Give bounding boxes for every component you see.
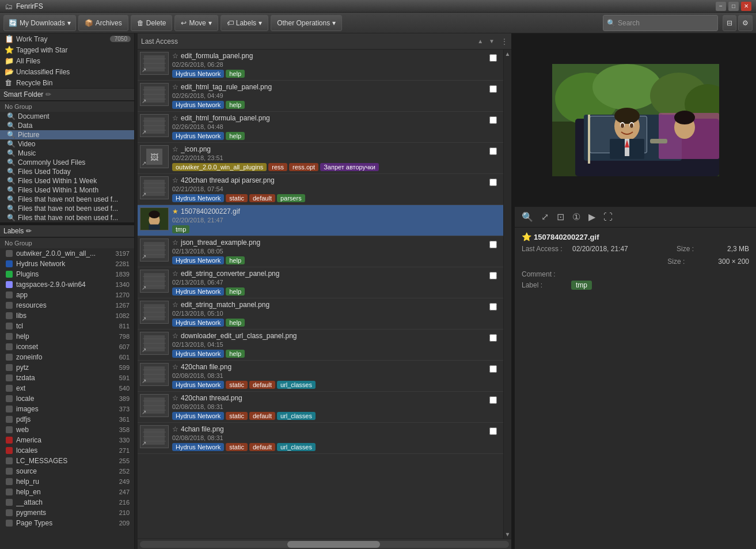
tag-help[interactable]: help bbox=[226, 319, 245, 327]
source-selector[interactable]: 🔄 My Downloads ▾ bbox=[3, 15, 76, 31]
tree-item-document[interactable]: 🔍 Document bbox=[0, 112, 134, 121]
tag-static[interactable]: static bbox=[226, 381, 248, 389]
tag-help[interactable]: help bbox=[226, 132, 245, 140]
label-item-app[interactable]: app 1270 bbox=[0, 290, 134, 300]
tag-default[interactable]: default bbox=[249, 443, 275, 451]
detail-label-tag[interactable]: tmp bbox=[571, 281, 592, 290]
label-item-tzdata[interactable]: tzdata 591 bbox=[0, 373, 134, 383]
horizontal-scrollbar[interactable] bbox=[140, 541, 509, 548]
tree-item-music[interactable]: 🔍 Music bbox=[0, 149, 134, 158]
delete-button[interactable]: 🗑 Delete bbox=[131, 15, 173, 31]
tree-item-files-used-today[interactable]: 🔍 Files Used Today bbox=[0, 167, 134, 176]
label-item-pygments[interactable]: pygments 210 bbox=[0, 508, 134, 518]
f12-checkbox[interactable] bbox=[489, 396, 497, 404]
number-button[interactable]: ① bbox=[570, 210, 583, 224]
file-row-f10[interactable]: ↗ ☆ downloader_edit_url_class_panel.png … bbox=[138, 330, 503, 361]
f7-checkbox[interactable] bbox=[489, 241, 497, 248]
search-input[interactable] bbox=[618, 19, 710, 27]
other-operations-button[interactable]: Other Operations ▾ bbox=[271, 15, 342, 31]
tag-default[interactable]: default bbox=[249, 381, 275, 389]
view-split-button[interactable]: ⊟ bbox=[723, 15, 736, 31]
smart-folder-edit-icon[interactable]: ✏ bbox=[45, 90, 51, 99]
tag-url_classes[interactable]: url_classes bbox=[277, 443, 316, 451]
file-row-f1[interactable]: ↗ ☆ edit_formula_panel.png 02/26/2018, 0… bbox=[138, 50, 503, 81]
label-item-locale[interactable]: locale 389 bbox=[0, 393, 134, 404]
tag-help[interactable]: help bbox=[226, 350, 245, 358]
f5-star-icon[interactable]: ☆ bbox=[172, 176, 178, 184]
file-row-f7[interactable]: ↗ ☆ json_thread_example.png 02/13/2018, … bbox=[138, 236, 503, 267]
tag-Запрет-авторучки[interactable]: Запрет авторучки bbox=[320, 163, 379, 171]
f10-checkbox[interactable] bbox=[489, 334, 497, 342]
tree-item-files-used-week[interactable]: 🔍 Files Used Within 1 Week bbox=[0, 176, 134, 185]
file-row-f11[interactable]: ↗ ☆ 420chan file.png 02/08/2018, 08:31 H… bbox=[138, 361, 503, 392]
tag-default[interactable]: default bbox=[249, 194, 275, 202]
label-item-attach[interactable]: __attach 216 bbox=[0, 497, 134, 508]
sort-up-icon[interactable]: ▲ bbox=[476, 38, 485, 44]
tree-item-data[interactable]: 🔍 Data bbox=[0, 121, 134, 130]
file-row-f5[interactable]: ↗ ☆ 420chan thread api parser.png 02/21/… bbox=[138, 174, 503, 205]
label-item-pytz[interactable]: pytz 599 bbox=[0, 362, 134, 373]
label-item-ext[interactable]: ext 540 bbox=[0, 383, 134, 393]
file-row-f3[interactable]: ↗ ☆ edit_html_formula_panel.png 02/26/20… bbox=[138, 112, 503, 143]
label-item-source[interactable]: source 252 bbox=[0, 466, 134, 476]
label-item-zoneinfo[interactable]: zoneinfo 601 bbox=[0, 352, 134, 362]
tree-item-picture[interactable]: 🔍 Picture bbox=[0, 130, 134, 139]
f10-star-icon[interactable]: ☆ bbox=[172, 332, 178, 340]
f1-star-icon[interactable]: ☆ bbox=[172, 52, 178, 60]
tag-Hydrus-Network[interactable]: Hydrus Network bbox=[172, 70, 224, 78]
label-item-lc-messages[interactable]: LC_MESSAGES 255 bbox=[0, 456, 134, 466]
file-row-f9[interactable]: ↗ ☆ edit_string_match_panel.png 02/13/20… bbox=[138, 298, 503, 330]
label-item-plugins[interactable]: Plugins 1839 bbox=[0, 269, 134, 279]
scroll-down-icon[interactable]: ▼ bbox=[504, 530, 511, 539]
label-item-page-types[interactable]: Page Types 209 bbox=[0, 518, 134, 528]
move-button[interactable]: ↩ Move ▾ bbox=[174, 15, 218, 31]
tag-parsers[interactable]: parsers bbox=[277, 194, 305, 202]
tree-item-files-not-used-2[interactable]: 🔍 Files that have not been used f... bbox=[0, 204, 134, 213]
f6-star-icon[interactable]: ★ bbox=[172, 207, 178, 215]
label-item-help-ru[interactable]: help_ru 249 bbox=[0, 476, 134, 487]
tag-default[interactable]: default bbox=[249, 412, 275, 420]
f12-star-icon[interactable]: ☆ bbox=[172, 394, 178, 402]
fit-button[interactable]: ⤢ bbox=[539, 210, 551, 224]
label-item-help-en[interactable]: help_en 247 bbox=[0, 487, 134, 497]
tag-help[interactable]: help bbox=[226, 70, 245, 78]
label-item-web[interactable]: web 358 bbox=[0, 425, 134, 435]
tag-static[interactable]: static bbox=[226, 412, 248, 420]
f2-checkbox[interactable] bbox=[489, 85, 497, 93]
f2-star-icon[interactable]: ☆ bbox=[172, 83, 178, 91]
label-item-resources[interactable]: resources 1267 bbox=[0, 300, 134, 311]
tag-Hydrus-Network[interactable]: Hydrus Network bbox=[172, 194, 224, 202]
f7-star-icon[interactable]: ☆ bbox=[172, 238, 178, 247]
file-row-f8[interactable]: ↗ ☆ edit_string_converter_panel.png 02/1… bbox=[138, 267, 503, 298]
tag-Hydrus-Network[interactable]: Hydrus Network bbox=[172, 443, 224, 451]
minimize-button[interactable]: − bbox=[716, 2, 726, 11]
sidebar-item-all-files[interactable]: 📁 All Files bbox=[0, 55, 134, 66]
tag-url_classes[interactable]: url_classes bbox=[277, 381, 316, 389]
labels-edit-icon[interactable]: ✏ bbox=[26, 227, 32, 235]
f3-checkbox[interactable] bbox=[489, 116, 497, 124]
file-row-f13[interactable]: ↗ ☆ 4chan file.png 02/08/2018, 08:31 Hyd… bbox=[138, 423, 503, 454]
tag-Hydrus-Network[interactable]: Hydrus Network bbox=[172, 256, 224, 264]
sidebar-item-tagged-star[interactable]: ⭐ Tagged with Star bbox=[0, 44, 134, 55]
file-row-f2[interactable]: ↗ ☆ edit_html_tag_rule_panel.png 02/26/2… bbox=[138, 81, 503, 112]
tag-Hydrus-Network[interactable]: Hydrus Network bbox=[172, 132, 224, 140]
tree-item-video[interactable]: 🔍 Video bbox=[0, 139, 134, 149]
view-settings-button[interactable]: ⚙ bbox=[738, 15, 753, 31]
sidebar-item-recycle-bin[interactable]: 🗑 Recycle Bin bbox=[0, 77, 134, 88]
labels-button[interactable]: 🏷 Labels ▾ bbox=[221, 15, 268, 31]
fullscreen-button[interactable]: ⛶ bbox=[601, 211, 615, 224]
tree-item-commonly-used[interactable]: 🔍 Commonly Used Files bbox=[0, 158, 134, 167]
label-item-libs[interactable]: libs 1082 bbox=[0, 311, 134, 321]
label-item-help[interactable]: help 798 bbox=[0, 331, 134, 342]
frame-button[interactable]: ⊡ bbox=[554, 210, 567, 224]
maximize-button[interactable]: □ bbox=[728, 2, 739, 11]
tag-Hydrus-Network[interactable]: Hydrus Network bbox=[172, 319, 224, 327]
f13-checkbox[interactable] bbox=[489, 427, 497, 435]
f5-checkbox[interactable] bbox=[489, 179, 497, 186]
tag-url_classes[interactable]: url_classes bbox=[277, 412, 316, 420]
label-item-pdfjs[interactable]: pdfjs 361 bbox=[0, 414, 134, 425]
sort-column-header[interactable]: Last Access bbox=[141, 37, 473, 46]
label-item-locales[interactable]: locales 271 bbox=[0, 445, 134, 456]
label-item-tcl[interactable]: tcl 811 bbox=[0, 321, 134, 331]
archives-button[interactable]: 📦 Archives bbox=[78, 15, 128, 31]
